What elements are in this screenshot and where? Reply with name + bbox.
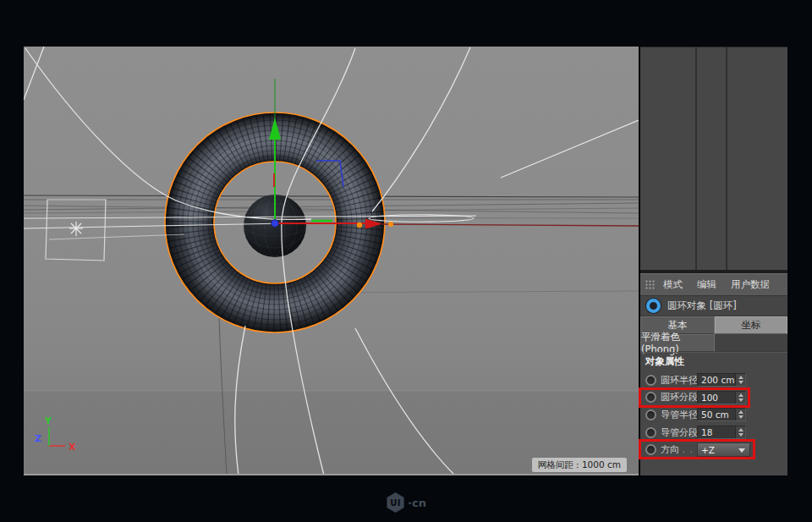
manager-column-1[interactable] [640, 47, 695, 270]
menu-edit[interactable]: 编辑 [697, 278, 716, 291]
stepper-arrows[interactable] [735, 374, 745, 386]
ring-radius-input[interactable]: 200 cm [697, 373, 746, 387]
row-orientation: 方向 . . . +Z [640, 441, 787, 459]
stepper-arrows[interactable] [735, 426, 745, 438]
menu-userdata[interactable]: 用户数据 [731, 278, 770, 291]
section-object-properties: 对象属性 [640, 352, 787, 370]
attr-label: 导管半径 [661, 409, 696, 421]
app-window: Y Z X 网格间距 : 1000 cm 模式 编辑 用户数据 [0, 0, 812, 522]
object-header[interactable]: 圆环对象 [圆环] [640, 296, 787, 316]
orientation-dropdown[interactable]: +Z [697, 442, 750, 457]
anim-dot[interactable] [645, 409, 656, 420]
tab-filler [715, 334, 787, 352]
z-axis-dot[interactable] [272, 220, 279, 228]
viewport-3d[interactable]: Y Z X 网格间距 : 1000 cm [24, 47, 639, 475]
grid-spacing-label: 网格间距 : 1000 cm [532, 458, 627, 472]
tab-phong[interactable]: 平滑着色(Phong) [640, 334, 715, 352]
tabs-row-2: 平滑着色(Phong) [640, 334, 787, 352]
hud-x-label: X [69, 442, 76, 453]
row-ring-segments: 圆环分段 100 [640, 389, 787, 407]
radius-handle-dot[interactable] [357, 223, 362, 228]
row-pipe-radius: 导管半径 50 cm [640, 406, 787, 424]
attr-label: 圆环分段 [661, 391, 696, 404]
tab-coordinates[interactable]: 坐标 [715, 316, 787, 334]
attribute-rows: 圆环半径 200 cm 圆环分段 100 [640, 370, 787, 459]
right-panel: 模式 编辑 用户数据 圆环对象 [圆环] 基本 坐标 平滑着色(Phong) 对… [640, 47, 787, 475]
null-object-icon[interactable] [69, 222, 83, 236]
ring-segments-input[interactable]: 100 [697, 391, 746, 404]
watermark: UI ·cn [0, 492, 812, 513]
hud-z-label: Z [35, 433, 41, 444]
manager-column-2[interactable] [697, 47, 726, 270]
menu-mode[interactable]: 模式 [663, 278, 683, 291]
scene-canvas: Y Z X [24, 47, 639, 475]
pipe-segments-input[interactable]: 18 [697, 426, 746, 439]
attr-label: 导管分段 [661, 426, 696, 439]
anim-dot[interactable] [645, 392, 656, 403]
pipe-radius-input[interactable]: 50 cm [697, 408, 746, 421]
stepper-arrows[interactable] [735, 409, 745, 420]
row-pipe-segments: 导管分段 18 [640, 424, 787, 442]
anim-dot[interactable] [645, 444, 656, 455]
chevron-down-icon [738, 448, 745, 453]
attr-label: 圆环半径 [661, 374, 696, 387]
grip-icon[interactable] [645, 280, 656, 290]
object-title: 圆环对象 [圆环] [667, 299, 737, 312]
anim-dot[interactable] [645, 375, 656, 386]
attribute-manager: 模式 编辑 用户数据 圆环对象 [圆环] 基本 坐标 平滑着色(Phong) 对… [640, 273, 787, 475]
world-x-axis-line [382, 224, 639, 226]
hud-y-label: Y [44, 415, 52, 426]
attr-label: 方向 . . . [661, 443, 696, 456]
viewport-bottom-edge [24, 474, 639, 475]
row-ring-radius: 圆环半径 200 cm [640, 371, 787, 389]
anim-dot[interactable] [645, 427, 656, 438]
manager-column-3[interactable] [727, 47, 787, 270]
attribute-menu-bar: 模式 编辑 用户数据 [640, 273, 787, 296]
radius-handle-dot2[interactable] [388, 222, 393, 227]
stepper-arrows[interactable] [735, 392, 745, 404]
ui-cn-logo-icon: UI [386, 492, 405, 513]
torus-object-icon [646, 299, 661, 313]
manager-area [640, 47, 787, 270]
watermark-suffix: ·cn [408, 497, 426, 509]
